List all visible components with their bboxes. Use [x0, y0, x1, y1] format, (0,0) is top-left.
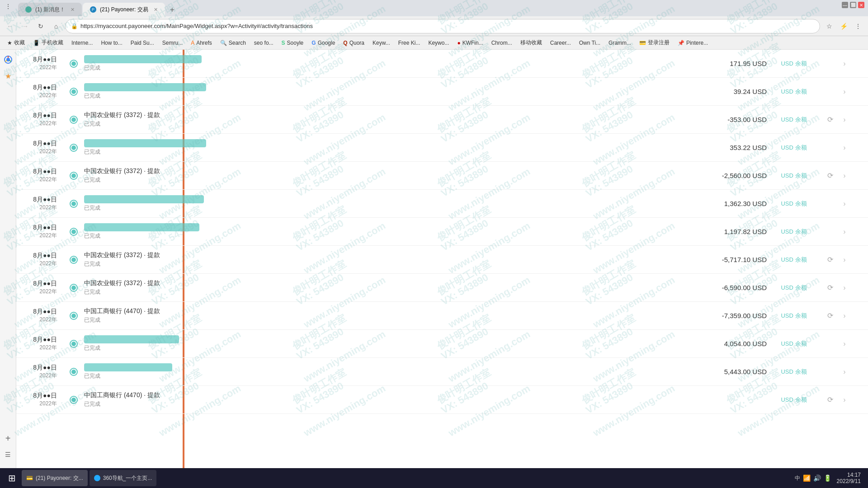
tx-chevron[interactable]: ›: [839, 396, 850, 404]
forward-button[interactable]: →: [19, 20, 32, 33]
bookmark-keyword[interactable]: Keyw...: [369, 38, 394, 48]
tx-chevron[interactable]: ›: [839, 256, 850, 264]
bookmark-payoneer-login[interactable]: 💳 登录注册: [636, 38, 673, 48]
bookmark-seofo[interactable]: seo fo...: [250, 38, 277, 48]
sidebar-icon-chrome[interactable]: [2, 53, 14, 66]
tx-date: 8月●●日 2022年: [25, 168, 71, 183]
close-button[interactable]: ✕: [858, 2, 864, 8]
bookmark-ahrefs[interactable]: A Ahrefs: [187, 38, 216, 48]
tx-timeline-dot: [71, 369, 77, 375]
bookmark-sooyle[interactable]: S Sooyle: [278, 38, 307, 48]
star-icon[interactable]: ☆: [823, 20, 835, 33]
tx-desc-title: 中国农业银行 (3372) · 提款: [84, 111, 694, 119]
taskbar: ⊞ 💳 (21) Payoneer: 交... 360导航_一个主页... 中 …: [0, 468, 868, 488]
restore-button[interactable]: ⬜: [850, 2, 856, 8]
tx-chevron[interactable]: ›: [839, 228, 850, 236]
tx-chevron[interactable]: ›: [839, 200, 850, 208]
bookmark-paidsub[interactable]: Paid Su...: [127, 38, 158, 48]
tx-balance-label: USD 余额: [767, 396, 821, 404]
address-box[interactable]: 🔒 https://myaccount.payoneer.com/MainPag…: [65, 19, 820, 33]
tab-2-close[interactable]: ✕: [154, 7, 158, 13]
tx-chevron[interactable]: ›: [839, 368, 850, 376]
tx-chevron[interactable]: ›: [839, 172, 850, 180]
address-bar-row: ← → ↻ ⌂ 🔒 https://myaccount.payoneer.com…: [0, 16, 868, 36]
tx-chevron[interactable]: ›: [839, 60, 850, 68]
tx-balance-label: USD 余额: [767, 312, 821, 320]
bookmark-chrome[interactable]: Chrom...: [488, 38, 516, 48]
taskbar-360[interactable]: 360导航_一个主页...: [90, 470, 157, 486]
bookmark-semrush[interactable]: Semru...: [159, 38, 186, 48]
bookmark-career[interactable]: Career...: [547, 38, 575, 48]
transaction-row[interactable]: 8月●●日 2022年 中国工商银行 (4470) · 提款 已完成 -7,35…: [16, 302, 868, 330]
tx-chevron[interactable]: ›: [839, 340, 850, 348]
tx-chevron[interactable]: ›: [839, 284, 850, 292]
tab-2[interactable]: P (21) Payoneer: 交易 ✕: [83, 3, 165, 16]
more-tools-button[interactable]: ⋮: [852, 20, 864, 33]
transaction-row[interactable]: 8月●●日 2022年 中国农业银行 (3372) · 提款 已完成 -6,59…: [16, 274, 868, 302]
tx-amount: -5,717.10 USD: [694, 256, 767, 263]
bookmark-owntit[interactable]: Own Ti...: [576, 38, 604, 48]
star-bookmark-icon: ★: [7, 40, 12, 46]
tx-chevron[interactable]: ›: [839, 116, 850, 124]
tx-chevron[interactable]: ›: [839, 312, 850, 320]
bookmark-quora[interactable]: Q Quora: [340, 38, 368, 48]
tab-1[interactable]: (1) 新消息！ ✕: [18, 3, 82, 16]
transaction-row[interactable]: 8月●●日 2022年 已完成 39.24 USD USD 余额 ›: [16, 78, 868, 106]
sidebar-icon-menu[interactable]: ☰: [2, 448, 14, 461]
transaction-row[interactable]: 8月●●日 2022年 已完成 1,197.82 USD USD 余额 ›: [16, 218, 868, 246]
bookmark-freekw[interactable]: Free Ki...: [395, 38, 424, 48]
tx-chevron[interactable]: ›: [839, 144, 850, 152]
tx-timeline-dot: [71, 89, 77, 95]
bookmark-mobile[interactable]: 📱 手机收藏: [29, 38, 67, 48]
bookmark-gramm[interactable]: Gramm...: [605, 38, 635, 48]
taskbar-payoneer[interactable]: 💳 (21) Payoneer: 交...: [22, 470, 88, 486]
tx-chevron[interactable]: ›: [839, 88, 850, 96]
transaction-row[interactable]: 8月●●日 2022年 已完成 1,362.30 USD USD 余额 ›: [16, 190, 868, 218]
extension-icon[interactable]: ⚡: [837, 20, 850, 33]
transaction-row[interactable]: 8月●●日 2022年 中国农业银行 (3372) · 提款 已完成 -353.…: [16, 106, 868, 134]
home-button[interactable]: ⌂: [50, 20, 62, 33]
reload-button[interactable]: ↻: [34, 20, 47, 33]
tab-1-close[interactable]: ✕: [71, 7, 75, 13]
clock-display: 14:17: [837, 472, 861, 478]
transaction-row[interactable]: 8月●●日 2022年 中国农业银行 (3372) · 提款 已完成 -5,71…: [16, 246, 868, 274]
auto-withdraw-icon: ⟳: [827, 115, 833, 124]
tx-date-day: 8月●●日: [25, 168, 57, 176]
sidebar-icon-add[interactable]: +: [2, 432, 14, 445]
bookmark-internet[interactable]: Interne...: [68, 38, 96, 48]
tx-date-year: 2022年: [25, 344, 57, 352]
tx-amount: 171.95 USD: [694, 60, 767, 67]
transaction-row[interactable]: 8月●●日 2022年 已完成 171.95 USD USD 余额 ›: [16, 50, 868, 78]
browser-menu-icon[interactable]: ⋮: [4, 2, 13, 11]
transaction-row[interactable]: 8月●●日 2022年 中国农业银行 (3372) · 提款 已完成 -2,56…: [16, 162, 868, 190]
bookmark-pinterest[interactable]: 📌 Pintere...: [674, 38, 712, 48]
tx-date-year: 2022年: [25, 92, 57, 99]
tx-balance-label: USD 余额: [767, 144, 821, 152]
tx-desc-title: 中国农业银行 (3372) · 提款: [84, 167, 694, 175]
tx-date-year: 2022年: [25, 288, 57, 296]
pinterest-icon: 📌: [678, 40, 684, 46]
start-button[interactable]: ⊞: [4, 470, 20, 486]
auto-withdraw-icon: ⟳: [827, 171, 833, 180]
tab-1-favicon: [25, 6, 32, 13]
bookmark-howto[interactable]: How to...: [97, 38, 126, 48]
bookmark-keywo2[interactable]: Keywo...: [425, 38, 453, 48]
tab-1-title: (1) 新消息！: [35, 6, 65, 14]
bookmark-star[interactable]: ★ 收藏: [4, 38, 28, 48]
new-tab-button[interactable]: +: [166, 4, 179, 16]
bookmark-google[interactable]: G Google: [308, 38, 339, 48]
transaction-row[interactable]: 8月●●日 2022年 中国工商银行 (4470) · 提款 已完成 USD 余…: [16, 386, 868, 414]
sidebar-icon-star[interactable]: ★: [2, 70, 14, 82]
minimize-button[interactable]: —: [842, 2, 848, 8]
back-button[interactable]: ←: [4, 20, 16, 33]
tx-date-year: 2022年: [25, 232, 57, 239]
bookmark-search[interactable]: 🔍 Search: [217, 38, 250, 48]
payoneer-icon: 💳: [639, 40, 646, 46]
transaction-row[interactable]: 8月●●日 2022年 已完成 4,054.00 USD USD 余额 ›: [16, 330, 868, 358]
transaction-row[interactable]: 8月●●日 2022年 已完成 353.22 USD USD 余额 ›: [16, 134, 868, 162]
bookmark-mobile-fav[interactable]: 移动收藏: [517, 38, 546, 48]
tx-timeline-dot: [71, 201, 77, 207]
tx-auto-icon-col: ⟳: [821, 115, 839, 124]
bookmark-kwfin[interactable]: ● KWFin...: [453, 38, 486, 48]
transaction-row[interactable]: 8月●●日 2022年 已完成 5,443.00 USD USD 余额 ›: [16, 358, 868, 386]
